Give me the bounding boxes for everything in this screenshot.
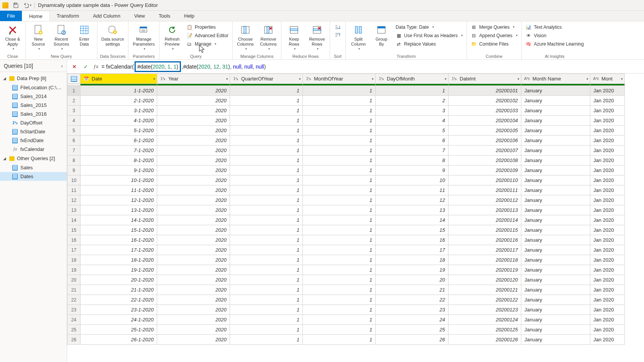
cell[interactable]: 13-1-2020 bbox=[80, 205, 157, 215]
tree-item[interactable]: Sales_2016 bbox=[0, 110, 67, 118]
cell[interactable]: 20200118 bbox=[449, 255, 521, 265]
refresh-preview-button[interactable]: Refresh Preview bbox=[161, 22, 183, 52]
cell[interactable]: January bbox=[521, 225, 590, 235]
cell[interactable]: 1 bbox=[230, 275, 303, 285]
cell[interactable]: 20200126 bbox=[449, 335, 521, 345]
row-number[interactable]: 2 bbox=[67, 96, 80, 106]
cell[interactable]: Jan 2020 bbox=[590, 185, 625, 195]
cell[interactable]: 23 bbox=[376, 305, 449, 315]
cell[interactable]: 1 bbox=[303, 335, 376, 345]
cell[interactable]: 1-1-2020 bbox=[80, 86, 157, 96]
cell[interactable]: 25-1-2020 bbox=[80, 325, 157, 335]
cell[interactable]: 2020 bbox=[157, 185, 230, 195]
table-row[interactable]: 2626-1-20202020112620200126JanuaryJan 20… bbox=[67, 335, 625, 345]
cell[interactable]: 3 bbox=[376, 106, 449, 116]
table-row[interactable]: 66-1-2020202011620200106JanuaryJan 2020 bbox=[67, 136, 625, 146]
cell[interactable]: January bbox=[521, 175, 590, 185]
cell[interactable]: Jan 2020 bbox=[590, 116, 625, 126]
cell[interactable]: 1 bbox=[230, 96, 303, 106]
row-number[interactable]: 21 bbox=[67, 285, 80, 295]
cell[interactable]: 20200114 bbox=[449, 215, 521, 225]
cell[interactable]: January bbox=[521, 305, 590, 315]
column-header[interactable]: 1²₃DateInt▾ bbox=[449, 74, 521, 84]
cell[interactable]: 1 bbox=[230, 255, 303, 265]
cell[interactable]: 2020 bbox=[157, 136, 230, 146]
table-row[interactable]: 1313-1-20202020111320200113JanuaryJan 20… bbox=[67, 205, 625, 215]
cell[interactable]: Jan 2020 bbox=[590, 255, 625, 265]
cell[interactable]: Jan 2020 bbox=[590, 96, 625, 106]
cell[interactable]: 1 bbox=[303, 215, 376, 225]
table-row[interactable]: 2020-1-20202020112020200120JanuaryJan 20… bbox=[67, 275, 625, 285]
cell[interactable]: 20200120 bbox=[449, 275, 521, 285]
table-corner[interactable] bbox=[67, 74, 80, 84]
cell[interactable]: Jan 2020 bbox=[590, 295, 625, 305]
formula-cancel-button[interactable]: ✕ bbox=[70, 62, 79, 71]
cell[interactable]: 1 bbox=[230, 146, 303, 156]
cell[interactable]: 1 bbox=[303, 126, 376, 136]
cell[interactable]: 1 bbox=[303, 146, 376, 156]
cell[interactable]: 2020 bbox=[157, 156, 230, 165]
cell[interactable]: 2020 bbox=[157, 225, 230, 235]
use-first-row-button[interactable]: ▦Use First Row as Headers bbox=[393, 31, 465, 40]
row-number[interactable]: 23 bbox=[67, 305, 80, 315]
cell[interactable]: 1 bbox=[230, 195, 303, 205]
cell[interactable]: 24-1-2020 bbox=[80, 315, 157, 325]
tab-help[interactable]: Help bbox=[177, 11, 201, 21]
row-number[interactable]: 8 bbox=[67, 156, 80, 165]
cell[interactable]: 20-1-2020 bbox=[80, 275, 157, 285]
append-queries-button[interactable]: ⊟Append Queries bbox=[468, 31, 520, 40]
cell[interactable]: 1 bbox=[303, 195, 376, 205]
cell[interactable]: 1 bbox=[230, 335, 303, 345]
tab-file[interactable]: File bbox=[0, 11, 22, 21]
tree-item[interactable]: ƒxfxCalendar bbox=[0, 145, 67, 154]
row-number[interactable]: 5 bbox=[67, 126, 80, 136]
cell[interactable]: 1 bbox=[303, 245, 376, 255]
cell[interactable]: 2020 bbox=[157, 285, 230, 295]
table-row[interactable]: 1010-1-20202020111020200110JanuaryJan 20… bbox=[67, 175, 625, 185]
cell[interactable]: 26-1-2020 bbox=[80, 335, 157, 345]
cell[interactable]: 5-1-2020 bbox=[80, 126, 157, 136]
cell[interactable]: 1 bbox=[303, 96, 376, 106]
cell[interactable]: 8 bbox=[376, 156, 449, 165]
column-type-icon[interactable]: 1²₃ bbox=[159, 76, 166, 82]
cell[interactable]: 10 bbox=[376, 175, 449, 185]
cell[interactable]: 1 bbox=[230, 225, 303, 235]
choose-columns-button[interactable]: Choose Columns bbox=[234, 22, 256, 52]
cell[interactable]: 6-1-2020 bbox=[80, 136, 157, 146]
table-row[interactable]: 11-1-2020202011120200101JanuaryJan 2020 bbox=[67, 86, 625, 96]
column-filter-icon[interactable]: ▾ bbox=[445, 77, 447, 81]
cell[interactable]: 18-1-2020 bbox=[80, 255, 157, 265]
cell[interactable]: 1 bbox=[230, 185, 303, 195]
cell[interactable]: 21 bbox=[376, 285, 449, 295]
cell[interactable]: Jan 2020 bbox=[590, 195, 625, 205]
cell[interactable]: 1 bbox=[230, 265, 303, 275]
queries-header[interactable]: Queries [10] ‹ bbox=[0, 60, 67, 72]
cell[interactable]: 12 bbox=[376, 195, 449, 205]
table-row[interactable]: 1212-1-20202020111220200112JanuaryJan 20… bbox=[67, 195, 625, 205]
data-type-button[interactable]: Data Type: Date bbox=[393, 23, 465, 31]
column-header[interactable]: 1²₃Year▾ bbox=[157, 74, 230, 84]
cell[interactable]: Jan 2020 bbox=[590, 106, 625, 116]
column-type-icon[interactable]: 1²₃ bbox=[378, 76, 385, 82]
cell[interactable]: 22-1-2020 bbox=[80, 295, 157, 305]
remove-columns-button[interactable]: Remove Columns bbox=[257, 22, 279, 52]
cell[interactable]: 5 bbox=[376, 126, 449, 136]
row-number[interactable]: 3 bbox=[67, 106, 80, 116]
cell[interactable]: 2020 bbox=[157, 245, 230, 255]
cell[interactable]: 1 bbox=[230, 235, 303, 245]
cell[interactable]: 11-1-2020 bbox=[80, 185, 157, 195]
tree-group-header-other[interactable]: ◢ Other Queries [2] bbox=[0, 154, 67, 163]
cell[interactable]: 20200116 bbox=[449, 235, 521, 245]
cell[interactable]: 20200105 bbox=[449, 126, 521, 136]
cell[interactable]: 2020 bbox=[157, 325, 230, 335]
cell[interactable]: 1 bbox=[230, 116, 303, 126]
cell[interactable]: January bbox=[521, 96, 590, 106]
save-icon[interactable] bbox=[12, 2, 20, 9]
tab-tools[interactable]: Tools bbox=[152, 11, 177, 21]
data-source-settings-button[interactable]: Data source settings bbox=[99, 22, 127, 48]
row-number[interactable]: 9 bbox=[67, 165, 80, 175]
cell[interactable]: January bbox=[521, 205, 590, 215]
tree-item[interactable]: fxEndDate bbox=[0, 136, 67, 145]
cell[interactable]: 8-1-2020 bbox=[80, 156, 157, 165]
cell[interactable]: 20200117 bbox=[449, 245, 521, 255]
